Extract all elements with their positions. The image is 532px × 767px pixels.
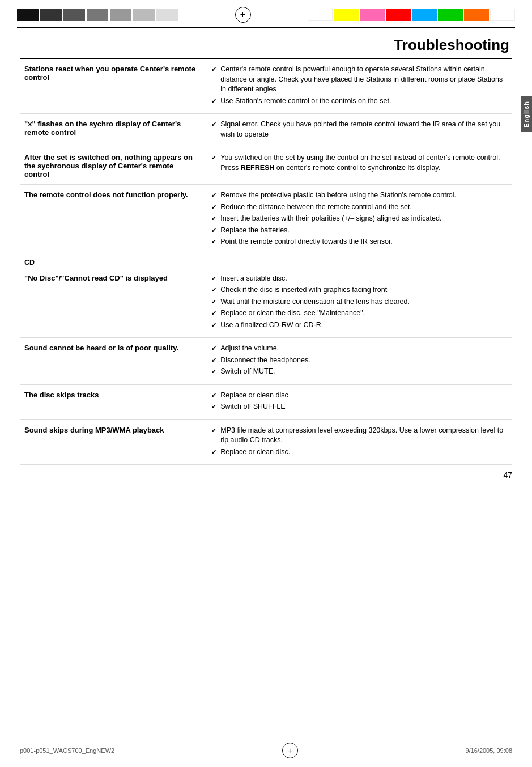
table-row: The disc skips tracks Replace or clean d… xyxy=(20,384,512,419)
problem-cell: "x" flashes on the sychro display of Cen… xyxy=(20,114,207,147)
section-title-cd: CD xyxy=(20,255,512,268)
list-item: Check if the disc is inserted with graph… xyxy=(211,285,508,295)
problem-cell: The disc skips tracks xyxy=(20,384,207,419)
problem-cell: Stations react when you operate Center's… xyxy=(20,59,207,114)
page-number: 47 xyxy=(20,471,512,480)
page-title: Troubleshooting xyxy=(20,36,512,54)
table-row: "No Disc"/"Cannot read CD" is displayed … xyxy=(20,268,512,338)
list-item: Wait until the moisture condensation at … xyxy=(211,297,508,307)
solution-list: Remove the protective plastic tab before… xyxy=(211,190,508,247)
list-item: Switch off SHUFFLE xyxy=(211,402,508,412)
list-item: Use Station's remote control or the cont… xyxy=(211,96,508,107)
section-header-cd: CD xyxy=(20,255,512,268)
solution-cell: Signal error. Check you have pointed the… xyxy=(207,114,512,147)
list-item: Remove the protective plastic tab before… xyxy=(211,190,508,201)
problem-cell: The remote control does not function pro… xyxy=(20,185,207,255)
right-color-blocks xyxy=(308,9,515,21)
solution-list: Adjust the volume. Disconnect the headph… xyxy=(211,344,508,377)
list-item: Replace the batteries. xyxy=(211,226,508,236)
solution-list: Center's remote control is powerful enou… xyxy=(211,65,508,106)
footer-right: 9/16/2005, 09:08 xyxy=(465,747,512,754)
solution-list: MP3 file made at compression level excee… xyxy=(211,426,508,457)
solution-list: Signal error. Check you have pointed the… xyxy=(211,120,508,139)
solution-cell: Center's remote control is powerful enou… xyxy=(207,59,512,114)
problem-cell: Sound cannot be heard or is of poor qual… xyxy=(20,338,207,385)
list-item: Reduce the distance between the remote c… xyxy=(211,202,508,213)
solution-cell: MP3 file made at compression level excee… xyxy=(207,419,512,465)
registration-mark-bottom-left: + xyxy=(282,743,298,758)
problem-cell: Sound skips during MP3/WMA playback xyxy=(20,419,207,465)
list-item: Switch off MUTE. xyxy=(211,367,508,377)
list-item: You switched on the set by using the con… xyxy=(211,153,508,173)
list-item: Signal error. Check you have pointed the… xyxy=(211,120,508,139)
table-row: After the set is switched on, nothing ap… xyxy=(20,147,512,185)
list-item: Center's remote control is powerful enou… xyxy=(211,65,508,95)
problem-cell: "No Disc"/"Cannot read CD" is displayed xyxy=(20,268,207,338)
list-item: Insert a suitable disc. xyxy=(211,274,508,284)
solution-list: Insert a suitable disc. Check if the dis… xyxy=(211,274,508,330)
list-item: Replace or clean disc. xyxy=(211,447,508,457)
solution-cell: Replace or clean disc Switch off SHUFFLE xyxy=(207,384,512,419)
left-color-blocks xyxy=(17,9,178,21)
solution-cell: Adjust the volume. Disconnect the headph… xyxy=(207,338,512,385)
footer: p001-p051_WACS700_EngNEW2 + 9/16/2005, 0… xyxy=(20,743,512,758)
table-row: The remote control does not function pro… xyxy=(20,185,512,255)
solution-cell: Insert a suitable disc. Check if the dis… xyxy=(207,268,512,338)
list-item: Replace or clean disc xyxy=(211,391,508,401)
list-item: Adjust the volume. xyxy=(211,344,508,354)
solution-list: You switched on the set by using the con… xyxy=(211,153,508,173)
list-item: MP3 file made at compression level excee… xyxy=(211,426,508,446)
list-item: Replace or clean the disc, see "Maintena… xyxy=(211,308,508,319)
list-item: Insert the batteries with their polariti… xyxy=(211,214,508,224)
footer-left: p001-p051_WACS700_EngNEW2 xyxy=(20,747,114,754)
registration-mark-top: + xyxy=(235,7,251,23)
solution-cell: You switched on the set by using the con… xyxy=(207,147,512,185)
list-item: Disconnect the headphones. xyxy=(211,355,508,366)
solution-cell: Remove the protective plastic tab before… xyxy=(207,185,512,255)
table-row: Sound cannot be heard or is of poor qual… xyxy=(20,338,512,385)
table-row: Sound skips during MP3/WMA playback MP3 … xyxy=(20,419,512,465)
content-table: Stations react when you operate Center's… xyxy=(20,59,512,465)
table-row: Stations react when you operate Center's… xyxy=(20,59,512,114)
list-item: Use a finalized CD-RW or CD-R. xyxy=(211,320,508,330)
solution-list: Replace or clean disc Switch off SHUFFLE xyxy=(211,391,508,412)
list-item: Point the remote control directly toward… xyxy=(211,237,508,247)
table-row: "x" flashes on the sychro display of Cen… xyxy=(20,114,512,147)
problem-cell: After the set is switched on, nothing ap… xyxy=(20,147,207,185)
